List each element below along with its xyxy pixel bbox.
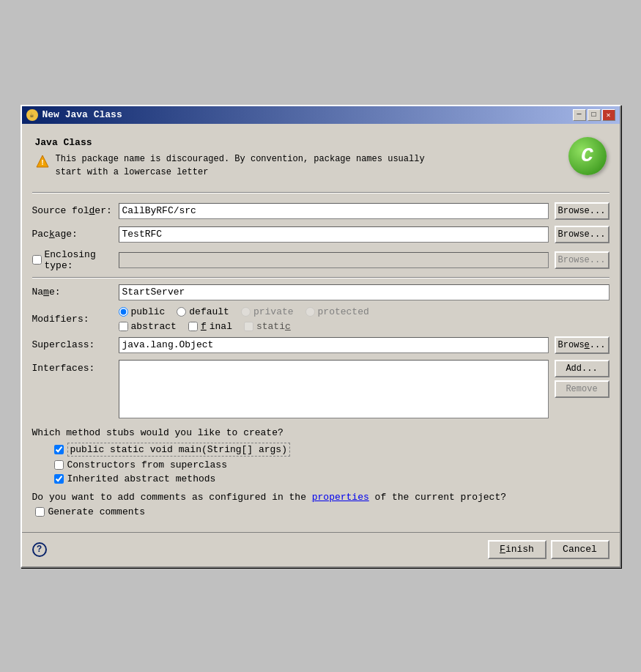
header-section: Java Class ! This package name is discou… xyxy=(32,131,609,185)
package-label: Package: xyxy=(32,229,113,240)
modifiers-label: Modifiers: xyxy=(32,314,113,325)
new-java-class-dialog: ☕ New Java Class ─ □ ✕ Java Class xyxy=(21,105,621,568)
properties-link[interactable]: properties xyxy=(312,492,369,503)
help-button[interactable]: ? xyxy=(32,542,47,557)
finish-button[interactable]: Finish xyxy=(488,540,546,559)
package-input[interactable] xyxy=(119,226,549,243)
modifier-final-label[interactable]: final xyxy=(188,321,232,332)
modifier-protected-radio[interactable] xyxy=(305,307,315,317)
superclass-label: Superclass: xyxy=(32,339,113,350)
divider xyxy=(32,192,609,193)
superclass-input[interactable] xyxy=(119,337,549,353)
window-icon: ☕ xyxy=(26,109,38,121)
eclipse-logo: C xyxy=(568,137,607,175)
main-method-checkbox[interactable] xyxy=(54,445,64,454)
name-label: Name: xyxy=(32,287,113,298)
modifier-public-radio[interactable] xyxy=(119,307,128,317)
interfaces-label: Interfaces: xyxy=(32,360,113,374)
bottom-buttons: Finish Cancel xyxy=(488,540,609,559)
warning-text: This package name is discouraged. By con… xyxy=(56,152,425,179)
source-folder-input[interactable] xyxy=(119,203,549,219)
divider2 xyxy=(32,277,609,278)
interfaces-buttons: Add... Remove xyxy=(555,360,609,398)
method-stubs-section: Which method stubs would you like to cre… xyxy=(32,427,609,484)
modifier-access-line: public default private protected xyxy=(119,306,369,317)
enclosing-type-row: Enclosing type: Browse... xyxy=(32,249,609,271)
form-section: Source folder: Browse... Package: Browse… xyxy=(32,199,609,427)
warning-area: ! This package name is discouraged. By c… xyxy=(35,152,568,179)
title-bar-left: ☕ New Java Class xyxy=(26,109,122,121)
enclosing-type-checkbox[interactable] xyxy=(32,255,42,265)
dialog-content: Java Class ! This package name is discou… xyxy=(22,124,620,532)
modifier-final-checkbox[interactable] xyxy=(188,322,198,331)
warning-icon: ! xyxy=(35,154,50,169)
interfaces-add-button[interactable]: Add... xyxy=(555,360,609,377)
modifier-default-label[interactable]: default xyxy=(177,306,229,317)
package-browse-button[interactable]: Browse... xyxy=(555,226,609,243)
modifier-protected-label[interactable]: protected xyxy=(305,306,369,317)
interfaces-remove-button[interactable]: Remove xyxy=(555,380,609,398)
name-input[interactable] xyxy=(119,284,609,300)
method-stubs-title: Which method stubs would you like to cre… xyxy=(32,427,609,438)
superclass-row: Superclass: Browse... xyxy=(32,336,609,354)
modifier-static-checkbox[interactable] xyxy=(244,322,253,331)
section-title: Java Class xyxy=(35,137,568,148)
source-folder-row: Source folder: Browse... xyxy=(32,202,609,220)
cancel-button[interactable]: Cancel xyxy=(551,540,609,559)
method-stubs-list: public static void main(String[] args) C… xyxy=(54,443,609,484)
inherited-label: Inherited abstract methods xyxy=(67,473,216,484)
source-folder-browse-button[interactable]: Browse... xyxy=(555,202,609,220)
close-button[interactable]: ✕ xyxy=(602,109,615,121)
warning-main: Java Class ! This package name is discou… xyxy=(35,137,568,179)
constructors-label: Constructors from superclass xyxy=(67,459,227,470)
modifier-abstract-label[interactable]: abstract xyxy=(119,321,177,332)
source-folder-label: Source folder: xyxy=(32,205,113,216)
interfaces-textarea[interactable] xyxy=(119,360,549,418)
modifiers-group: public default private protected xyxy=(119,306,369,332)
enclosing-type-browse-button[interactable]: Browse... xyxy=(555,251,609,269)
bottom-bar: ? Finish Cancel xyxy=(22,532,620,566)
comments-section: Do you want to add comments as configure… xyxy=(32,492,609,517)
main-method-item: public static void main(String[] args) xyxy=(54,443,609,457)
constructors-checkbox[interactable] xyxy=(54,460,64,470)
inherited-item: Inherited abstract methods xyxy=(54,473,609,484)
inherited-checkbox[interactable] xyxy=(54,474,64,484)
package-row: Package: Browse... xyxy=(32,226,609,243)
constructors-item: Constructors from superclass xyxy=(54,459,609,470)
generate-comments-item: Generate comments xyxy=(35,506,609,517)
generate-comments-checkbox[interactable] xyxy=(35,507,45,517)
title-bar: ☕ New Java Class ─ □ ✕ xyxy=(22,106,620,124)
modifier-other-line: abstract final static xyxy=(119,321,369,332)
title-buttons: ─ □ ✕ xyxy=(573,109,615,121)
svg-text:!: ! xyxy=(40,159,44,167)
modifier-static-label[interactable]: static xyxy=(244,321,291,332)
enclosing-type-input[interactable] xyxy=(119,252,549,268)
comments-text: Do you want to add comments as configure… xyxy=(32,492,609,503)
modifier-private-label[interactable]: private xyxy=(241,306,294,317)
modifier-default-radio[interactable] xyxy=(177,307,186,317)
modifiers-row: Modifiers: public default xyxy=(32,306,609,332)
header-wrapper: Java Class ! This package name is discou… xyxy=(35,137,607,179)
main-method-label: public static void main(String[] args) xyxy=(67,443,290,457)
modifier-public-label[interactable]: public xyxy=(119,306,166,317)
maximize-button[interactable]: □ xyxy=(588,109,601,121)
superclass-browse-button[interactable]: Browse... xyxy=(555,336,609,354)
logo-area: C xyxy=(568,137,607,175)
generate-comments-label: Generate comments xyxy=(48,506,146,517)
modifier-abstract-checkbox[interactable] xyxy=(119,322,128,331)
minimize-button[interactable]: ─ xyxy=(573,109,586,121)
name-row: Name: xyxy=(32,284,609,300)
enclosing-type-label: Enclosing type: xyxy=(32,249,113,271)
window-title: New Java Class xyxy=(42,109,122,120)
modifier-private-radio[interactable] xyxy=(241,307,251,317)
interfaces-row: Interfaces: Add... Remove xyxy=(32,360,609,418)
